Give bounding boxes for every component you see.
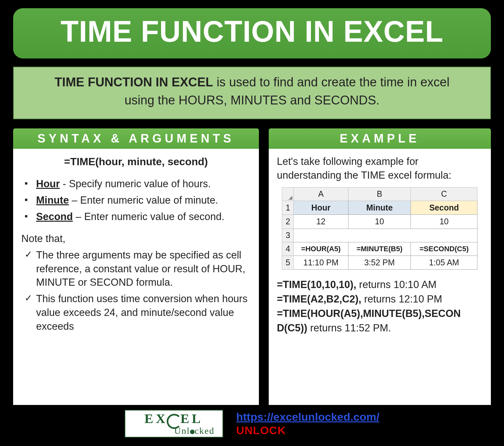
cell-c4: =SECOND(C5) bbox=[411, 242, 477, 256]
footer: EXEL Unlcked https://excelunlocked.com/ … bbox=[13, 410, 491, 437]
description-rest1: is used to find and create the time in e… bbox=[213, 75, 450, 89]
argument-minute: Minute – Enter numeric value of minute. bbox=[25, 193, 251, 207]
note-1: The three arguments may be specified as … bbox=[25, 248, 251, 290]
cell-a1: Hour bbox=[294, 201, 348, 215]
arg-desc-minute: – Enter numeric value of minute. bbox=[69, 194, 218, 206]
example-header: EXAMPLE bbox=[269, 128, 491, 149]
description-panel: TIME FUNCTION IN EXCEL is used to find a… bbox=[13, 67, 491, 119]
ex2-rest: returns 12:10 PM bbox=[361, 293, 442, 305]
cell-c2: 10 bbox=[411, 215, 477, 229]
arg-desc-hour: - Specify numeric value of hours. bbox=[60, 178, 211, 190]
grid-row-3: 3 bbox=[282, 229, 477, 242]
col-c: C bbox=[411, 187, 477, 201]
example-intro: Let's take following example for underst… bbox=[277, 155, 483, 182]
row-3-head: 3 bbox=[282, 229, 294, 242]
example-line-3: =TIME(HOUR(A5),MINUTE(B5),SECON bbox=[277, 307, 483, 321]
argument-hour: Hour - Specify numeric value of hours. bbox=[25, 177, 251, 191]
grid-row-1: 1 Hour Minute Second bbox=[282, 201, 477, 215]
cell-a5: 11:10 PM bbox=[294, 256, 348, 270]
cell-c1: Second bbox=[411, 201, 477, 215]
ex4-bold: D(C5)) bbox=[277, 322, 307, 334]
columns-container: SYNTAX & ARGUMENTS =TIME(hour, minute, s… bbox=[13, 128, 491, 405]
grid-corner bbox=[282, 187, 294, 201]
description-bold: TIME FUNCTION IN EXCEL bbox=[54, 75, 213, 89]
arg-name-minute: Minute bbox=[36, 194, 69, 206]
example-line-1: =TIME(10,10,10), returns 10:10 AM bbox=[277, 278, 483, 292]
cell-a2: 12 bbox=[294, 215, 348, 229]
cell-b5: 3:52 PM bbox=[348, 256, 411, 270]
ex1-bold: =TIME(10,10,10), bbox=[277, 279, 356, 290]
syntax-body: =TIME(hour, minute, second) Hour - Speci… bbox=[13, 149, 259, 405]
cell-b1: Minute bbox=[348, 201, 411, 215]
arg-desc-second: – Enter numeric value of second. bbox=[73, 211, 224, 222]
row-2-head: 2 bbox=[282, 215, 294, 229]
ex3-bold: =TIME(HOUR(A5),MINUTE(B5),SECON bbox=[277, 308, 461, 319]
ex1-rest: returns 10:10 AM bbox=[356, 279, 437, 290]
logo-top-post: EL bbox=[180, 411, 203, 426]
grid-header-row: A B C bbox=[282, 187, 477, 201]
syntax-column: SYNTAX & ARGUMENTS =TIME(hour, minute, s… bbox=[13, 128, 259, 405]
logo: EXEL Unlcked bbox=[125, 410, 223, 437]
cell-row3 bbox=[294, 229, 477, 242]
excel-grid: A B C 1 Hour Minute Second 2 12 10 10 bbox=[282, 187, 477, 270]
example-line-4: D(C5)) returns 11:52 PM. bbox=[277, 321, 483, 335]
logo-key-icon bbox=[190, 430, 195, 434]
example-body: Let's take following example for underst… bbox=[269, 149, 491, 405]
ex2-bold: =TIME(A2,B2,C2), bbox=[277, 293, 362, 305]
row-4-head: 4 bbox=[282, 242, 294, 256]
footer-url[interactable]: https://excelunlocked.com/ bbox=[236, 411, 379, 423]
col-b: B bbox=[348, 187, 411, 201]
example-line-2: =TIME(A2,B2,C2), returns 12:10 PM bbox=[277, 292, 483, 306]
syntax-header: SYNTAX & ARGUMENTS bbox=[13, 128, 259, 149]
syntax-formula: =TIME(hour, minute, second) bbox=[21, 155, 251, 169]
footer-unlock: UNLOCK bbox=[236, 424, 286, 436]
cell-c5: 1:05 AM bbox=[411, 256, 477, 270]
logo-c-icon bbox=[167, 414, 182, 429]
argument-list: Hour - Specify numeric value of hours. M… bbox=[21, 177, 251, 224]
row-1-head: 1 bbox=[282, 201, 294, 215]
argument-second: Second – Enter numeric value of second. bbox=[25, 210, 251, 224]
grid-row-4: 4 =HOUR(A5) =MINUTE(B5) =SECOND(C5) bbox=[282, 242, 477, 256]
cell-b2: 10 bbox=[348, 215, 411, 229]
ex4-rest: returns 11:52 PM. bbox=[307, 322, 391, 334]
note-label: Note that, bbox=[21, 232, 251, 246]
description-line2: using the HOURS, MINUTES and SECONDS. bbox=[124, 93, 379, 107]
arg-name-second: Second bbox=[36, 211, 73, 222]
note-2: This function uses time conversion when … bbox=[25, 292, 251, 333]
grid-row-2: 2 12 10 10 bbox=[282, 215, 477, 229]
logo-top-pre: EX bbox=[144, 411, 168, 426]
example-column: EXAMPLE Let's take following example for… bbox=[269, 128, 491, 405]
row-5-head: 5 bbox=[282, 256, 294, 270]
grid-row-5: 5 11:10 PM 3:52 PM 1:05 AM bbox=[282, 256, 477, 270]
arg-name-hour: Hour bbox=[36, 178, 60, 190]
logo-top: EXEL bbox=[144, 413, 203, 428]
page-title: TIME FUNCTION IN EXCEL bbox=[13, 8, 491, 58]
cell-b4: =MINUTE(B5) bbox=[348, 242, 411, 256]
notes-list: The three arguments may be specified as … bbox=[21, 248, 251, 333]
footer-links: https://excelunlocked.com/ UNLOCK bbox=[236, 410, 379, 437]
col-a: A bbox=[294, 187, 348, 201]
cell-a4: =HOUR(A5) bbox=[294, 242, 348, 256]
